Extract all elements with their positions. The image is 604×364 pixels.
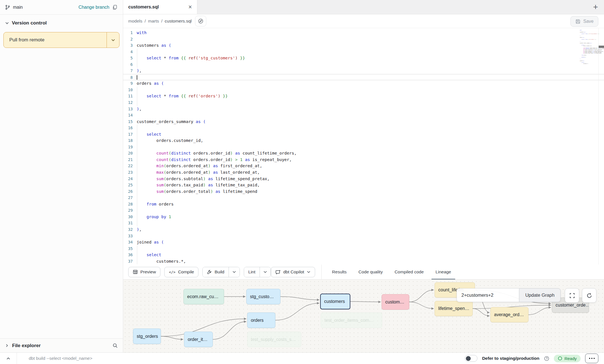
breadcrumb-segment[interactable]: marts <box>148 19 159 24</box>
lint-button[interactable]: Lint <box>244 267 260 277</box>
expand-command-panel-button[interactable] <box>0 353 17 364</box>
save-button[interactable]: Save <box>570 16 598 27</box>
pull-from-remote-button[interactable]: Pull from remote <box>3 32 120 48</box>
code-line[interactable]: 24 sum(orders.subtotal) as lifetime_spen… <box>123 176 604 182</box>
dbt-copilot-button[interactable]: dbt Copilot <box>271 267 315 277</box>
new-tab-button[interactable]: + <box>587 0 604 14</box>
chevron-down-icon <box>263 270 267 274</box>
help-icon[interactable] <box>544 356 549 361</box>
code-line[interactable]: 33 <box>123 233 604 239</box>
pull-options-caret[interactable] <box>107 32 119 48</box>
code-line[interactable]: 13), <box>123 106 604 112</box>
defer-toggle[interactable] <box>465 355 477 362</box>
fullscreen-button[interactable] <box>565 288 579 303</box>
result-tab-lineage[interactable]: Lineage <box>432 265 455 280</box>
code-text <box>137 125 604 131</box>
change-branch-link[interactable]: Change branch <box>79 5 109 10</box>
code-line[interactable]: 34joined as ( <box>123 239 604 245</box>
lineage-node-custom[interactable]: custom… <box>382 294 409 310</box>
refresh-graph-button[interactable] <box>582 288 596 303</box>
code-line[interactable]: 1with <box>123 30 604 36</box>
lint-options-caret[interactable] <box>260 267 271 277</box>
result-tab-results[interactable]: Results <box>328 265 351 280</box>
code-line[interactable]: 6 <box>123 61 604 68</box>
chevron-down-icon <box>232 270 236 274</box>
file-explorer-header[interactable]: File explorer <box>0 338 123 352</box>
code-line[interactable]: 22 min(orders.ordered_at) as first_order… <box>123 163 604 169</box>
lineage-node-stg_customers[interactable]: stg_custo… <box>246 289 280 304</box>
tab-customers-sql[interactable]: customers.sql × <box>123 0 197 14</box>
code-line[interactable]: 2 <box>123 36 604 43</box>
lineage-node-orders[interactable]: orders <box>247 312 275 328</box>
code-line[interactable]: 30 group by 1 <box>123 214 604 220</box>
line-number: 2 <box>123 36 137 43</box>
code-line[interactable]: 31 <box>123 220 604 226</box>
line-number: 34 <box>123 239 137 245</box>
close-icon[interactable]: × <box>188 4 192 10</box>
file-search-button[interactable] <box>112 343 118 348</box>
compile-button[interactable]: </> Compile <box>164 267 198 277</box>
indent-guide <box>137 201 137 207</box>
code-text: sum(orders.order_total) as lifetime_spen… <box>137 188 604 195</box>
code-line[interactable]: 16 <box>123 125 604 131</box>
code-text: count(distinct orders.order_id) as count… <box>137 150 604 157</box>
result-tab-compiled-code[interactable]: Compiled code <box>391 265 428 280</box>
code-line[interactable]: 36 select <box>123 252 604 258</box>
breadcrumb-segment[interactable]: models <box>128 19 142 24</box>
editor-scrollbar[interactable] <box>599 46 604 48</box>
code-line[interactable]: 27 <box>123 195 604 201</box>
code-line[interactable]: 3customers as ( <box>123 42 604 49</box>
lineage-node-test_supply[interactable]: test_supply_costs_s… <box>247 332 301 347</box>
lineage-node-stg_orders[interactable]: stg_orders <box>133 329 161 344</box>
build-options-caret[interactable] <box>229 267 240 277</box>
code-line[interactable]: 26 sum(orders.order_total) as lifetime_s… <box>123 188 604 195</box>
code-line[interactable]: 15customer_orders_summary as ( <box>123 119 604 125</box>
pull-from-remote-label[interactable]: Pull from remote <box>4 32 107 48</box>
line-number: 23 <box>123 169 137 176</box>
copy-icon[interactable] <box>112 5 118 10</box>
code-line[interactable]: 7), <box>123 68 604 74</box>
code-editor[interactable]: 1with23customers as (45 select * from {{… <box>123 28 604 265</box>
lineage-node-test_order_items[interactable]: test_order_items_com… <box>321 312 382 328</box>
code-line[interactable]: 18 orders.customer_id, <box>123 137 604 144</box>
lineage-search-input[interactable] <box>461 292 512 298</box>
code-line[interactable]: 25 sum(orders.tax_paid) as lifetime_tax_… <box>123 182 604 188</box>
command-input[interactable] <box>29 356 282 361</box>
preview-button[interactable]: Preview <box>128 267 160 277</box>
code-line[interactable]: 5 select * from {{ ref('stg_customers') … <box>123 55 604 61</box>
code-line[interactable]: 37 customers.*, <box>123 258 604 265</box>
lineage-node-average_order[interactable]: average_ord… <box>490 307 528 322</box>
code-line[interactable]: 14 <box>123 112 604 119</box>
code-line[interactable]: 4 <box>123 49 604 55</box>
code-line[interactable]: 12 <box>123 99 604 106</box>
lineage-graph[interactable]: ecom.raw_cu…stg_custo…customerscustom…co… <box>123 280 604 352</box>
more-options-button[interactable] <box>585 354 598 363</box>
code-line[interactable]: 20 count(distinct orders.order_id) as co… <box>123 150 604 157</box>
code-line[interactable]: 35 <box>123 245 604 252</box>
build-button[interactable]: Build <box>203 267 228 277</box>
lineage-node-order_items[interactable]: order_it… <box>184 332 213 347</box>
result-tab-code-quality[interactable]: Code quality <box>355 265 387 280</box>
code-line[interactable]: 32), <box>123 226 604 233</box>
code-line[interactable]: 10 <box>123 87 604 93</box>
code-line[interactable]: 23 max(orders.ordered_at) as last_ordere… <box>123 169 604 176</box>
line-number: 15 <box>123 119 137 125</box>
update-graph-button[interactable]: Update Graph <box>519 288 561 302</box>
code-line[interactable]: 28 from orders <box>123 201 604 207</box>
code-line[interactable]: 19 <box>123 144 604 150</box>
reveal-in-explorer-button[interactable] <box>195 16 206 26</box>
code-line[interactable]: 29 <box>123 207 604 214</box>
version-control-header[interactable]: Version control <box>0 15 123 30</box>
indent-guide <box>137 245 137 252</box>
indent-guide <box>137 176 137 182</box>
wrench-icon <box>207 269 212 274</box>
lineage-node-customers[interactable]: customers <box>320 294 350 309</box>
code-line[interactable]: 17 select <box>123 131 604 138</box>
tab-strip: customers.sql × + <box>123 0 604 14</box>
code-line[interactable]: 21 count(distinct orders.order_id) > 1 a… <box>123 157 604 163</box>
lineage-node-ecom_raw[interactable]: ecom.raw_cu… <box>183 289 224 304</box>
lineage-node-lifetime_spend[interactable]: lifetime_spen… <box>435 301 473 316</box>
code-line[interactable]: 9orders as ( <box>123 80 604 87</box>
code-line[interactable]: 8 <box>123 74 604 81</box>
code-line[interactable]: 11 select * from {{ ref('orders') }} <box>123 93 604 99</box>
